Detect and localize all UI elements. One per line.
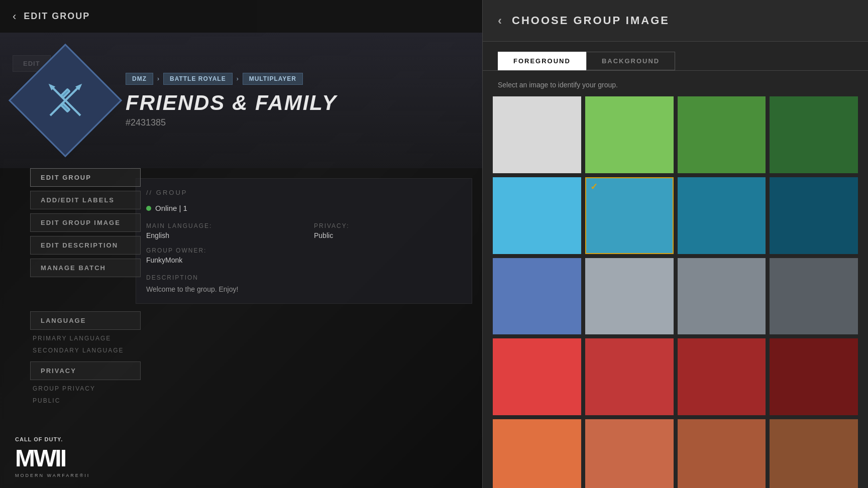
secondary-language-label: SECONDARY LANGUAGE: [30, 344, 141, 354]
right-panel-header: ‹ CHOOSE GROUP IMAGE: [483, 0, 868, 42]
privacy-btn[interactable]: PRIVACY: [30, 361, 141, 380]
left-panel: ‹ EDIT GROUP EDIT: [0, 0, 482, 488]
description-section: DESCRIPTION Welcome to the group. Enjoy!: [146, 274, 462, 293]
crossed-swords-icon: [43, 78, 88, 123]
color-swatch[interactable]: [770, 338, 858, 415]
color-swatch[interactable]: [493, 419, 581, 488]
language-btn[interactable]: LANGUAGE: [30, 311, 141, 330]
owner-value: FunkyMonk: [146, 256, 294, 264]
left-menu: EDIT GROUP ADD/EDIT LABELS EDIT GROUP IM…: [30, 168, 141, 277]
back-button[interactable]: ‹: [13, 10, 16, 23]
svg-marker-3: [77, 85, 80, 89]
privacy-value: Public: [314, 231, 462, 239]
public-label: PUBLIC: [30, 395, 141, 404]
group-info: DMZ › BATTLE ROYALE › MULTIPLAYER FRIEND…: [126, 73, 462, 128]
cod-logo: CALL OF DUTY. MWII MODERN WARFARE®II: [15, 436, 90, 478]
tab-foreground[interactable]: FOREGROUND: [498, 52, 586, 70]
top-bar: ‹ EDIT GROUP: [0, 0, 482, 33]
color-swatch[interactable]: [770, 96, 858, 173]
svg-text:MWII: MWII: [15, 445, 66, 470]
tag-multiplayer: MULTIPLAYER: [243, 73, 303, 85]
privacy-section: PRIVACY: Public: [314, 222, 462, 239]
section-header: // GROUP: [146, 189, 462, 196]
edit-group-image-btn[interactable]: EDIT GROUP IMAGE: [30, 213, 141, 232]
color-swatch[interactable]: [493, 96, 581, 173]
cod-logo-text: CALL OF DUTY.: [15, 436, 90, 442]
settings-menu: LANGUAGE PRIMARY LANGUAGE SECONDARY LANG…: [30, 311, 141, 404]
color-swatch[interactable]: [585, 419, 674, 488]
group-emblem: [20, 55, 111, 146]
color-swatch[interactable]: [678, 177, 766, 254]
color-grid: ✓: [493, 96, 858, 488]
page-title: EDIT GROUP: [24, 11, 90, 22]
color-swatch[interactable]: [585, 338, 674, 415]
group-privacy-label: GROUP PRIVACY: [30, 383, 141, 392]
panel-subtitle: Select an image to identify your group.: [483, 71, 868, 96]
color-swatch[interactable]: [493, 177, 581, 254]
cod-mw2-logo: MWII: [15, 442, 90, 473]
svg-marker-1: [50, 85, 54, 89]
mw2-logo-svg: MWII: [15, 442, 75, 470]
color-swatch[interactable]: ✓: [585, 177, 674, 254]
description-label: DESCRIPTION: [146, 274, 462, 281]
group-name: FRIENDS & FAMILY: [126, 91, 462, 115]
group-tags: DMZ › BATTLE ROYALE › MULTIPLAYER: [126, 73, 462, 85]
color-swatch[interactable]: [585, 258, 674, 335]
tabs-row: FOREGROUND BACKGROUND: [483, 42, 868, 71]
edit-description-btn[interactable]: EDIT DESCRIPTION: [30, 236, 141, 255]
status-indicator: [146, 206, 151, 211]
tab-background[interactable]: BACKGROUND: [586, 52, 675, 70]
panel-title: CHOOSE GROUP IMAGE: [512, 14, 670, 27]
add-edit-labels-btn[interactable]: ADD/EDIT LABELS: [30, 191, 141, 209]
owner-section: GROUP OWNER: FunkyMonk: [146, 247, 294, 264]
info-grid: MAIN LANGUAGE: English PRIVACY: Public G…: [146, 222, 462, 264]
language-value: English: [146, 231, 294, 239]
group-details: // GROUP Online | 1 MAIN LANGUAGE: Engli…: [136, 168, 472, 304]
language-section: MAIN LANGUAGE: English: [146, 222, 294, 239]
color-swatch[interactable]: [770, 177, 858, 254]
color-swatch[interactable]: [770, 419, 858, 488]
tag-dmz: DMZ: [126, 73, 153, 85]
tag-battle-royale: BATTLE ROYALE: [163, 73, 233, 85]
color-grid-container[interactable]: ✓: [483, 96, 868, 488]
selected-checkmark: ✓: [590, 181, 598, 192]
edit-group-btn[interactable]: EDIT GROUP: [30, 168, 141, 187]
right-back-button[interactable]: ‹: [498, 14, 502, 28]
color-swatch[interactable]: [493, 258, 581, 335]
status-text: Online | 1: [155, 204, 187, 212]
color-swatch[interactable]: [585, 96, 674, 173]
online-status: Online | 1: [146, 204, 462, 212]
color-swatch[interactable]: [678, 419, 766, 488]
manage-batch-btn[interactable]: MANAGE BATCH: [30, 259, 141, 277]
language-label: MAIN LANGUAGE:: [146, 222, 294, 229]
color-swatch[interactable]: [770, 258, 858, 335]
right-panel: ‹ CHOOSE GROUP IMAGE FOREGROUND BACKGROU…: [482, 0, 868, 488]
color-swatch[interactable]: [493, 338, 581, 415]
color-swatch[interactable]: [678, 96, 766, 173]
color-swatch[interactable]: [678, 338, 766, 415]
description-text: Welcome to the group. Enjoy!: [146, 285, 462, 293]
group-id: #2431385: [126, 117, 462, 128]
privacy-label: PRIVACY:: [314, 222, 462, 229]
owner-label: GROUP OWNER:: [146, 247, 294, 254]
primary-language-label: PRIMARY LANGUAGE: [30, 332, 141, 342]
cod-subtitle: MODERN WARFARE®II: [15, 473, 90, 478]
color-swatch[interactable]: [678, 258, 766, 335]
group-header: DMZ › BATTLE ROYALE › MULTIPLAYER FRIEND…: [0, 33, 482, 168]
